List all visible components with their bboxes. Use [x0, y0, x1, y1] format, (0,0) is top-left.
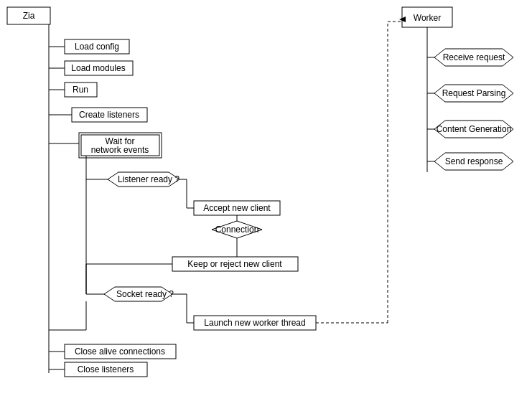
diagram-svg: Zia Load config Load modules Run Create … [0, 0, 532, 396]
content-generation-label: Content Generation [437, 124, 512, 134]
send-response-label: Send response [445, 156, 503, 166]
keep-reject-label: Keep or reject new client [187, 259, 282, 269]
close-alive-label: Close alive connections [75, 346, 165, 357]
listener-ready-label: Listener ready ? [118, 174, 179, 184]
run-label: Run [73, 85, 88, 95]
load-config-label: Load config [75, 42, 119, 52]
wait-network-label2: network events [91, 145, 149, 155]
connection-label: Connection [215, 225, 259, 235]
zia-label: Zia [23, 11, 35, 21]
create-listeners-label: Create listeners [79, 110, 139, 120]
launch-worker-label: Launch new worker thread [204, 318, 305, 328]
worker-label: Worker [414, 13, 441, 23]
accept-client-label: Accept new client [203, 203, 271, 213]
request-parsing-label: Request Parsing [442, 88, 506, 98]
socket-ready-label: Socket ready ? [116, 289, 174, 299]
load-modules-label: Load modules [71, 63, 125, 73]
close-listeners-label: Close listeners [78, 364, 134, 374]
receive-request-label: Receive request [443, 52, 505, 62]
